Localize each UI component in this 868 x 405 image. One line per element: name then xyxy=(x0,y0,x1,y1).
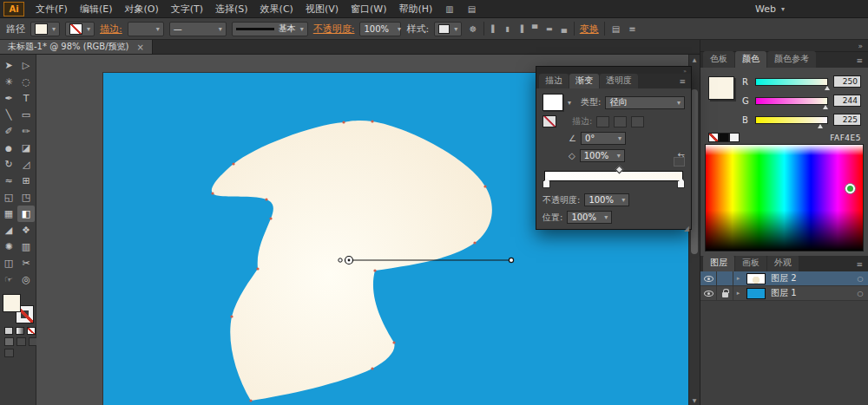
transform-label[interactable]: 变换 xyxy=(580,23,599,36)
tool-blend[interactable]: ❖ xyxy=(17,222,35,238)
tab-color[interactable]: 颜色 xyxy=(735,51,766,68)
visibility-toggle[interactable] xyxy=(700,271,717,285)
tab-artboards[interactable]: 画板 xyxy=(735,255,766,271)
isolate-icon[interactable]: ▤ xyxy=(610,24,621,34)
menu-item-edit[interactable]: 编辑(E) xyxy=(74,0,119,18)
expand-arrow-icon[interactable]: ▸ xyxy=(733,275,743,282)
tool-lasso[interactable]: ◌ xyxy=(17,74,35,90)
tool-mesh[interactable]: ▦ xyxy=(0,206,17,222)
tool-symbol-sprayer[interactable]: ✺ xyxy=(0,238,17,255)
tool-eraser[interactable]: ◪ xyxy=(17,140,35,156)
gradient-button[interactable] xyxy=(16,327,24,335)
gradient-type-select[interactable]: 径向 ▾ xyxy=(605,96,685,109)
tool-column-graph[interactable]: ▥ xyxy=(17,238,35,255)
angle-select[interactable]: 0° ▾ xyxy=(581,132,626,145)
tab-color-guide[interactable]: 颜色参考 xyxy=(767,51,816,68)
tool-artboard[interactable]: ◫ xyxy=(0,255,17,271)
tool-gradient[interactable]: ◧ xyxy=(17,206,35,222)
fill-stroke-control[interactable] xyxy=(3,295,33,323)
tool-paintbrush[interactable]: ✐ xyxy=(0,123,17,140)
tool-width[interactable]: ≈ xyxy=(0,173,17,189)
tool-shape-builder[interactable]: ◱ xyxy=(0,189,17,206)
layer-row-2[interactable]: ▸ 图层 2 ○ xyxy=(700,271,868,286)
tool-line-segment[interactable]: ╲ xyxy=(0,107,17,123)
layer-name[interactable]: 图层 1 xyxy=(769,287,852,299)
menu-item-object[interactable]: 对象(O) xyxy=(118,0,164,18)
tab-appearance[interactable]: 外观 xyxy=(767,255,799,271)
menu-item-select[interactable]: 选择(S) xyxy=(209,0,254,18)
stop-location-select[interactable]: 100% ▾ xyxy=(567,211,612,224)
align-left-icon[interactable]: ▌ xyxy=(490,25,498,33)
layer-thumbnail[interactable] xyxy=(746,273,766,284)
white-swatch[interactable] xyxy=(729,133,740,142)
tab-layers[interactable]: 图层 xyxy=(703,255,734,271)
tool-pen[interactable]: ✒ xyxy=(0,90,17,107)
stroke-color-picker[interactable]: ▾ xyxy=(65,22,95,36)
tab-gradient[interactable]: 渐变 xyxy=(569,74,599,88)
style-select[interactable]: ▾ xyxy=(434,22,462,36)
tab-transparency[interactable]: 透明度 xyxy=(600,74,638,88)
aspect-ratio-select[interactable]: 100% ▾ xyxy=(580,149,625,162)
layer-row-1[interactable]: ▸ 图层 1 ○ xyxy=(700,286,868,301)
collapse-panels-icon[interactable]: » xyxy=(683,68,687,74)
target-circle-icon[interactable]: ○ xyxy=(852,275,868,283)
menu-item-file[interactable]: 文件(F) xyxy=(30,0,74,18)
tool-magic-wand[interactable]: ✳ xyxy=(0,74,17,90)
scroll-down-icon[interactable]: ▼ xyxy=(689,395,700,405)
stroke-weight-label[interactable]: 描边: xyxy=(100,23,122,36)
width-profile-select[interactable]: —▾ xyxy=(169,22,227,36)
tool-direct-selection[interactable]: ▷ xyxy=(17,57,35,74)
none-button[interactable] xyxy=(27,327,36,335)
stroke-gradient-along-icon[interactable] xyxy=(614,116,627,127)
align-right-icon[interactable]: ▐ xyxy=(516,25,525,33)
gradient-slider[interactable] xyxy=(544,171,683,181)
opacity-select[interactable]: 100%▾ xyxy=(359,22,401,36)
menu-item-view[interactable]: 视图(V) xyxy=(299,0,345,18)
stop-opacity-select[interactable]: 100% ▾ xyxy=(584,193,629,206)
tool-hand[interactable]: ☞ xyxy=(0,271,17,288)
workspace-switcher[interactable]: Web ▾ xyxy=(755,3,785,15)
recolor-artwork-icon[interactable]: ☸ xyxy=(467,24,478,34)
align-bottom-icon[interactable]: ▄ xyxy=(560,25,569,33)
app-logo[interactable]: Ai xyxy=(3,2,24,16)
target-circle-icon[interactable]: ○ xyxy=(852,290,868,297)
gradient-stop-left[interactable] xyxy=(542,180,550,188)
tool-zoom[interactable]: ◎ xyxy=(17,271,35,288)
tool-pencil[interactable]: ✏ xyxy=(17,123,35,140)
tool-scale[interactable]: ◿ xyxy=(17,156,35,173)
panel-drag-bar[interactable]: » xyxy=(536,67,691,74)
tab-stroke[interactable]: 描边 xyxy=(539,74,569,88)
screen-mode-button[interactable] xyxy=(4,349,14,357)
arrange-documents-icon[interactable]: ▤ xyxy=(468,4,476,14)
gamut-warning-badge[interactable] xyxy=(845,183,856,194)
color-spectrum[interactable] xyxy=(705,144,864,251)
stroke-gradient-within-icon[interactable] xyxy=(596,116,609,127)
menu-item-help[interactable]: 帮助(H) xyxy=(392,0,438,18)
stroke-weight-select[interactable]: ▾ xyxy=(128,22,164,36)
tool-blob-brush[interactable]: ● xyxy=(0,140,17,156)
scroll-up-icon[interactable]: ▲ xyxy=(689,55,700,64)
document-tab[interactable]: 未标题-1* @ 98% (RGB/预览) × xyxy=(0,40,153,54)
panel-menu-icon[interactable]: ≡ xyxy=(853,56,865,68)
delete-stop-button[interactable] xyxy=(674,157,685,167)
brush-definition-select[interactable]: 基本▾ xyxy=(232,22,308,36)
tab-swatches[interactable]: 色板 xyxy=(703,51,734,68)
draw-normal-button[interactable] xyxy=(4,337,14,346)
tool-eyedropper[interactable]: ◢ xyxy=(0,222,17,238)
green-value-field[interactable]: 244 xyxy=(833,95,861,107)
tool-rectangle[interactable]: ▭ xyxy=(17,107,35,123)
tool-type[interactable]: T xyxy=(17,90,35,107)
align-middle-icon[interactable]: ▬ xyxy=(544,25,555,33)
align-center-icon[interactable]: ▮ xyxy=(503,25,510,33)
panel-menu-icon[interactable]: ≡ xyxy=(853,260,865,271)
layer-name[interactable]: 图层 2 xyxy=(769,272,852,284)
menu-item-type[interactable]: 文字(T) xyxy=(165,0,209,18)
close-icon[interactable]: × xyxy=(136,42,143,52)
fill-proxy-swatch[interactable] xyxy=(3,295,20,311)
blue-slider-marker[interactable] xyxy=(818,124,823,128)
tool-selection[interactable]: ➤ xyxy=(0,57,17,74)
lock-toggle[interactable] xyxy=(717,271,733,285)
color-button[interactable] xyxy=(4,327,13,335)
tool-slice[interactable]: ✂ xyxy=(17,255,35,271)
red-slider[interactable] xyxy=(755,78,828,86)
